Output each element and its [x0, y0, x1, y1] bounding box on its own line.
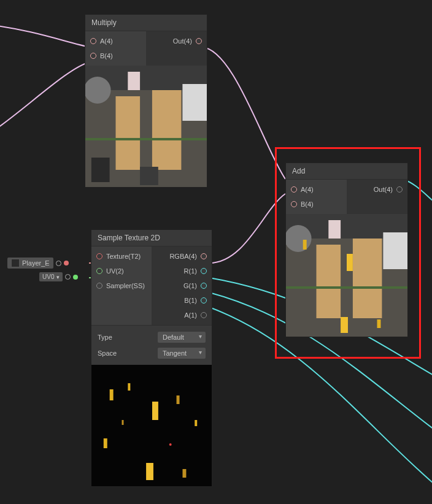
svg-rect-32 — [303, 240, 307, 250]
svg-rect-9 — [140, 167, 158, 185]
svg-rect-19 — [195, 420, 197, 426]
port-b-in[interactable]: B(4) — [85, 48, 146, 63]
port-dot[interactable] — [90, 53, 96, 59]
port-a-in[interactable]: A(4) — [286, 182, 347, 197]
port-out[interactable]: Out(4) — [146, 34, 207, 48]
svg-rect-25 — [383, 232, 407, 269]
svg-point-6 — [85, 77, 111, 104]
external-label: Player_E — [22, 259, 50, 267]
node-preview — [286, 214, 407, 337]
port-dot[interactable] — [201, 253, 207, 259]
svg-point-18 — [169, 443, 172, 446]
svg-rect-5 — [91, 158, 110, 182]
svg-rect-22 — [317, 245, 341, 318]
svg-rect-1 — [116, 96, 141, 170]
port-dot[interactable] — [396, 186, 403, 193]
port-dot[interactable] — [96, 268, 102, 274]
wire-start-dot — [64, 261, 69, 265]
external-player-e[interactable]: Player_E — [7, 258, 69, 269]
port-dot[interactable] — [291, 186, 297, 193]
wire-start-dot — [73, 275, 78, 280]
svg-rect-16 — [146, 463, 153, 480]
svg-rect-8 — [128, 72, 140, 90]
port-dot[interactable] — [96, 253, 102, 259]
svg-rect-4 — [182, 84, 207, 121]
param-label-type: Type — [98, 334, 112, 341]
svg-rect-13 — [152, 402, 158, 420]
svg-rect-20 — [122, 420, 123, 425]
port-a-out[interactable]: A(1) — [152, 308, 212, 323]
svg-rect-12 — [128, 383, 130, 391]
node-preview — [85, 66, 207, 187]
port-a-in[interactable]: A(4) — [85, 34, 146, 48]
port-texture-in[interactable]: Texture(T2) — [91, 249, 152, 264]
texture-icon — [11, 259, 20, 267]
port-b-out[interactable]: B(1) — [152, 293, 212, 308]
port-out[interactable]: Out(4) — [347, 182, 407, 197]
port-dot[interactable] — [201, 268, 207, 274]
dropdown-type[interactable]: Default — [158, 332, 206, 343]
node-multiply[interactable]: Multiply A(4) B(4) Out(4) — [85, 14, 207, 188]
port-uv-in[interactable]: UV(2) — [91, 264, 152, 278]
svg-rect-2 — [152, 90, 182, 170]
port-dot[interactable] — [96, 283, 102, 289]
port-dot[interactable] — [291, 201, 297, 207]
connector-dot — [65, 274, 71, 280]
svg-rect-15 — [104, 438, 107, 448]
svg-rect-17 — [182, 469, 186, 478]
svg-rect-30 — [341, 317, 348, 333]
svg-rect-27 — [286, 286, 407, 289]
node-preview — [91, 365, 212, 486]
svg-rect-28 — [328, 220, 341, 239]
svg-rect-29 — [347, 254, 353, 271]
port-dot[interactable] — [201, 312, 207, 318]
port-g-out[interactable]: G(1) — [152, 278, 212, 293]
connector-dot — [56, 261, 61, 266]
node-params: Type Default Space Tangent — [91, 325, 212, 365]
node-title: Multiply — [85, 15, 207, 31]
svg-rect-23 — [353, 239, 382, 318]
svg-rect-7 — [85, 138, 207, 140]
node-sample-texture-2d[interactable]: Sample Texture 2D Texture(T2) UV(2) Samp… — [91, 229, 212, 487]
node-title: Add — [286, 163, 407, 180]
port-rgba-out[interactable]: RGBA(4) — [152, 249, 212, 264]
port-r-out[interactable]: R(1) — [152, 264, 212, 278]
node-add[interactable]: Add A(4) B(4) Out(4) — [285, 162, 408, 337]
port-b-in[interactable]: B(4) — [286, 197, 347, 212]
param-label-space: Space — [98, 349, 117, 357]
port-dot[interactable] — [201, 297, 207, 304]
chevron-down-icon: ▾ — [56, 274, 60, 280]
port-dot[interactable] — [196, 38, 202, 44]
svg-rect-31 — [377, 319, 381, 328]
port-sampler-in[interactable]: Sampler(SS) — [91, 278, 152, 293]
svg-rect-11 — [110, 389, 114, 400]
node-title: Sample Texture 2D — [91, 230, 212, 246]
external-uv0[interactable]: UV0▾ — [39, 272, 78, 281]
port-dot[interactable] — [201, 283, 207, 289]
dropdown-space[interactable]: Tangent — [158, 348, 206, 359]
port-dot[interactable] — [90, 38, 96, 44]
external-label: UV0 — [42, 273, 54, 280]
svg-point-26 — [286, 225, 312, 252]
svg-rect-14 — [177, 395, 180, 404]
